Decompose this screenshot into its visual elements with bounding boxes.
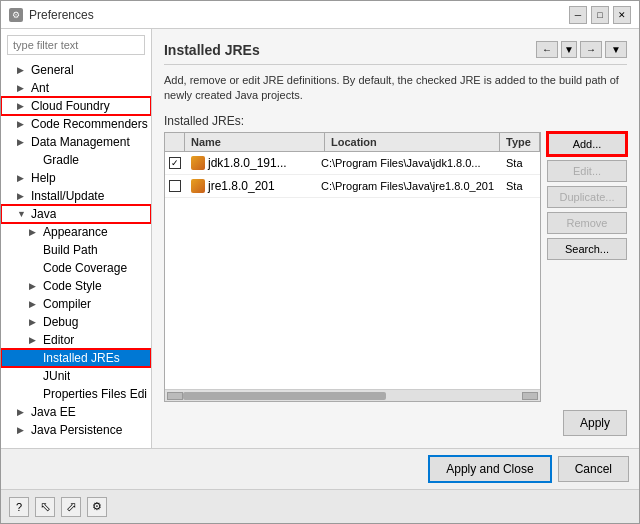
inline-apply-area: Apply [164,410,627,436]
preferences-tree: ▶ General ▶ Ant ▶ Cloud Foundry ▶ Code R… [1,61,151,448]
th-type: Type [500,133,540,151]
sidebar-item-label: JUnit [43,369,70,383]
sidebar-item-label: Debug [43,315,78,329]
sidebar-item-general[interactable]: ▶ General [1,61,151,79]
sidebar-item-label: Installed JREs [43,351,120,365]
sidebar-item-help[interactable]: ▶ Help [1,169,151,187]
sidebar-item-label: Install/Update [31,189,104,203]
action-buttons: Add... Edit... Duplicate... Remove Searc… [547,132,627,402]
jre-location-cell: C:\Program Files\Java\jre1.8.0_201 [315,178,500,194]
title-bar: ⚙ Preferences ─ □ ✕ [1,1,639,29]
sidebar-item-code-style[interactable]: ▶ Code Style [1,277,151,295]
cancel-button[interactable]: Cancel [558,456,629,482]
sidebar-item-java[interactable]: ▼ Java [1,205,151,223]
scroll-thumb[interactable] [183,392,386,400]
sidebar-item-appearance[interactable]: ▶ Appearance [1,223,151,241]
th-name: Name [185,133,325,151]
sidebar-item-gradle[interactable]: Gradle [1,151,151,169]
checkbox-icon [169,180,181,192]
jre-name-cell: jre1.8.0_201 [185,177,315,195]
sidebar-item-installed-jres[interactable]: Installed JREs [1,349,151,367]
jre-type-cell: Sta [500,155,540,171]
help-icon[interactable]: ? [9,497,29,517]
main-header: Installed JREs ← ▼ → ▼ [164,41,627,58]
horizontal-scrollbar[interactable] [165,389,540,401]
sidebar-item-code-coverage[interactable]: Code Coverage [1,259,151,277]
minimize-button[interactable]: ─ [569,6,587,24]
apply-close-button[interactable]: Apply and Close [428,455,551,483]
th-checkbox-col [165,133,185,151]
import-icon[interactable]: ⬁ [35,497,55,517]
remove-button[interactable]: Remove [547,212,627,234]
sidebar-item-debug[interactable]: ▶ Debug [1,313,151,331]
sidebar-item-java-persistence[interactable]: ▶ Java Persistence [1,421,151,439]
jre-name-cell: jdk1.8.0_191... [185,154,315,172]
sidebar-item-label: Data Management [31,135,130,149]
table-header: Name Location Type [165,133,540,152]
apply-button-inline[interactable]: Apply [563,410,627,436]
table-row[interactable]: ✓ jdk1.8.0_191... C:\Program Files\Java\… [165,152,540,175]
add-button[interactable]: Add... [547,132,627,156]
checkbox-icon: ✓ [169,157,181,169]
maximize-button[interactable]: □ [591,6,609,24]
sidebar-item-label: Help [31,171,56,185]
sidebar-item-properties-files[interactable]: Properties Files Edi [1,385,151,403]
scroll-track[interactable] [183,392,522,400]
sidebar: ▶ General ▶ Ant ▶ Cloud Foundry ▶ Code R… [1,29,152,448]
sidebar-item-junit[interactable]: JUnit [1,367,151,385]
expand-arrow: ▼ [17,209,29,219]
row-checkbox[interactable]: ✓ [165,155,185,171]
th-location: Location [325,133,500,151]
sidebar-item-label: Code Coverage [43,261,127,275]
expand-arrow: ▶ [29,227,41,237]
edit-button[interactable]: Edit... [547,160,627,182]
sidebar-item-compiler[interactable]: ▶ Compiler [1,295,151,313]
export-icon[interactable]: ⬀ [61,497,81,517]
expand-arrow: ▶ [17,101,29,111]
sidebar-item-build-path[interactable]: Build Path [1,241,151,259]
expand-arrow: ▶ [29,317,41,327]
sidebar-item-label: Java Persistence [31,423,122,437]
row-checkbox[interactable] [165,178,185,194]
main-content: ▶ General ▶ Ant ▶ Cloud Foundry ▶ Code R… [1,29,639,448]
forward-button[interactable]: → [580,41,602,58]
sidebar-item-code-recommenders[interactable]: ▶ Code Recommenders [1,115,151,133]
sidebar-item-java-ee[interactable]: ▶ Java EE [1,403,151,421]
main-panel: Installed JREs ← ▼ → ▼ Add, remove or ed… [152,29,639,448]
sidebar-item-editor[interactable]: ▶ Editor [1,331,151,349]
sidebar-item-label: Editor [43,333,74,347]
bottom-action-bar: Apply and Close Cancel [1,448,639,489]
expand-arrow: ▶ [17,425,29,435]
duplicate-button[interactable]: Duplicate... [547,186,627,208]
sidebar-item-data-management[interactable]: ▶ Data Management [1,133,151,151]
sidebar-item-label: Ant [31,81,49,95]
menu-button[interactable]: ▼ [605,41,627,58]
sidebar-item-label: Code Recommenders [31,117,148,131]
window-controls: ─ □ ✕ [569,6,631,24]
sidebar-item-label: Gradle [43,153,79,167]
back-button[interactable]: ← [536,41,558,58]
close-button[interactable]: ✕ [613,6,631,24]
dropdown-button[interactable]: ▼ [561,41,577,58]
sidebar-item-ant[interactable]: ▶ Ant [1,79,151,97]
scroll-left-btn[interactable] [167,392,183,400]
expand-arrow: ▶ [17,407,29,417]
footer-icons: ? ⬁ ⬀ ⚙ [9,497,107,517]
jre-table: Name Location Type ✓ jd [164,132,541,402]
preferences-window: ⚙ Preferences ─ □ ✕ ▶ General ▶ Ant [0,0,640,524]
table-label: Installed JREs: [164,114,627,128]
scroll-right-btn[interactable] [522,392,538,400]
filter-input[interactable] [7,35,145,55]
sidebar-item-label: Cloud Foundry [31,99,110,113]
table-area: Name Location Type ✓ jd [164,132,627,402]
expand-arrow: ▶ [17,83,29,93]
sidebar-item-cloud-foundry[interactable]: ▶ Cloud Foundry [1,97,151,115]
sidebar-item-install-update[interactable]: ▶ Install/Update [1,187,151,205]
page-description: Add, remove or edit JRE definitions. By … [164,73,627,104]
footer-bar: ? ⬁ ⬀ ⚙ [1,489,639,523]
table-row[interactable]: jre1.8.0_201 C:\Program Files\Java\jre1.… [165,175,540,198]
settings-icon[interactable]: ⚙ [87,497,107,517]
expand-arrow: ▶ [29,281,41,291]
search-button[interactable]: Search... [547,238,627,260]
title-divider [164,64,627,65]
